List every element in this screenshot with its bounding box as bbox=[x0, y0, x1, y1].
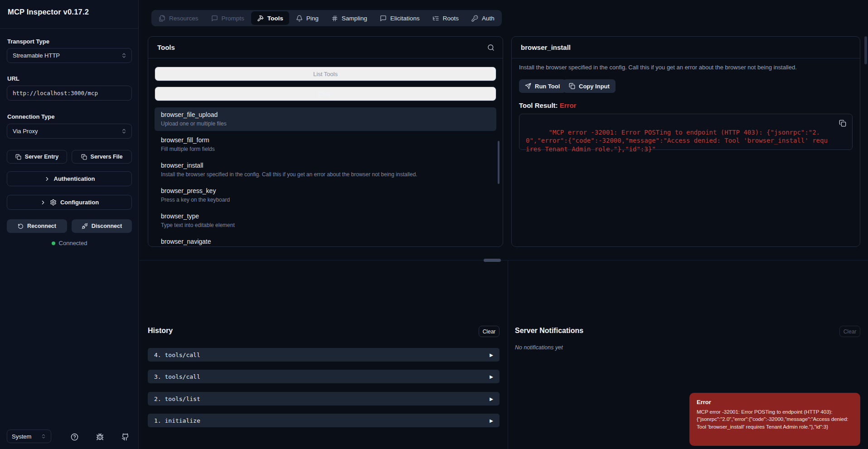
copy-icon bbox=[81, 154, 87, 160]
bug-icon[interactable] bbox=[96, 433, 104, 441]
tool-list-item[interactable]: browser_fill_form Fill multiple form fie… bbox=[155, 133, 496, 156]
tool-list-item[interactable]: browser_type Type text into editable ele… bbox=[155, 209, 496, 232]
tab-tools[interactable]: Tools bbox=[251, 11, 289, 25]
tab-label: Resources bbox=[169, 15, 199, 22]
tool-result-status: Error bbox=[560, 101, 577, 109]
key-icon bbox=[471, 15, 478, 22]
github-icon[interactable] bbox=[121, 433, 129, 441]
send-icon bbox=[525, 83, 531, 89]
tool-detail-title: browser_install bbox=[521, 43, 571, 51]
tool-detail-panel: browser_install Install the browser spec… bbox=[511, 36, 860, 247]
history-title: History bbox=[148, 327, 173, 335]
files-icon bbox=[159, 15, 165, 22]
copy-icon bbox=[15, 154, 21, 160]
tool-list-item[interactable]: browser_install Install the browser spec… bbox=[155, 158, 496, 182]
message-square-icon bbox=[211, 15, 218, 22]
bell-icon bbox=[296, 15, 303, 22]
connected-label: Connected bbox=[59, 240, 87, 246]
notifications-clear-button[interactable]: Clear bbox=[839, 326, 860, 337]
message-square-icon bbox=[380, 15, 387, 22]
chevrons-up-down-icon bbox=[121, 128, 127, 134]
copy-input-label: Copy Input bbox=[579, 83, 610, 90]
tool-list-item[interactable]: browser_navigate Navigate to a URL bbox=[155, 234, 496, 247]
run-tool-label: Run Tool bbox=[535, 83, 560, 90]
tool-description: Press a key on the keyboard bbox=[161, 197, 490, 203]
copy-result-icon[interactable] bbox=[839, 120, 846, 127]
tab-sampling[interactable]: Sampling bbox=[325, 11, 373, 25]
tab-auth[interactable]: Auth bbox=[466, 11, 500, 25]
page-scrollbar[interactable] bbox=[864, 36, 867, 64]
servers-file-button[interactable]: Servers File bbox=[72, 150, 132, 164]
tool-list-item[interactable]: browser_file_upload Upload one or multip… bbox=[155, 107, 496, 131]
server-entry-label: Server Entry bbox=[25, 154, 58, 160]
tab-roots[interactable]: Roots bbox=[427, 11, 465, 25]
chevrons-up-down-icon bbox=[121, 53, 127, 58]
reconnect-button[interactable]: Reconnect bbox=[7, 219, 67, 233]
tool-name: browser_press_key bbox=[161, 187, 490, 194]
tool-description: Type text into editable element bbox=[161, 222, 490, 228]
tool-list-item[interactable]: browser_press_key Press a key on the key… bbox=[155, 183, 496, 207]
chevron-right-icon bbox=[40, 199, 46, 206]
horizontal-resize-handle[interactable] bbox=[484, 259, 501, 262]
connection-type-select[interactable]: Via Proxy bbox=[7, 124, 132, 139]
tab-label: Elicitations bbox=[390, 15, 420, 22]
tool-name: browser_navigate bbox=[161, 238, 490, 245]
history-item-label: 3. tools/call bbox=[154, 373, 200, 380]
history-item-label: 1. initialize bbox=[154, 417, 200, 424]
reconnect-label: Reconnect bbox=[27, 223, 56, 229]
notifications-title: Server Notifications bbox=[515, 327, 583, 335]
error-toast[interactable]: Error MCP error -32001: Error POSTing to… bbox=[689, 393, 860, 446]
mcp-inspector-app: MCP Inspector v0.17.2 Transport Type Str… bbox=[0, 0, 868, 449]
copy-icon bbox=[569, 83, 575, 89]
history-item[interactable]: 4. tools/call ▶ bbox=[148, 348, 499, 362]
server-entry-button[interactable]: Server Entry bbox=[7, 150, 67, 164]
url-input[interactable] bbox=[7, 86, 132, 101]
tab-elicitations[interactable]: Elicitations bbox=[374, 11, 426, 25]
disconnect-button[interactable]: Disconnect bbox=[72, 219, 132, 233]
tool-name: browser_file_upload bbox=[161, 111, 490, 118]
tab-prompts[interactable]: Prompts bbox=[205, 11, 250, 25]
tab-ping[interactable]: Ping bbox=[290, 11, 325, 25]
connection-type-label: Connection Type bbox=[7, 113, 54, 120]
hash-icon bbox=[331, 15, 338, 22]
servers-file-label: Servers File bbox=[91, 154, 123, 160]
tool-result-label: Tool Result: Error bbox=[519, 101, 576, 109]
connected-dot-icon bbox=[52, 241, 55, 245]
list-tools-button[interactable]: List Tools bbox=[155, 67, 496, 81]
hammer-icon bbox=[257, 15, 264, 22]
history-clear-button[interactable]: Clear bbox=[479, 326, 499, 337]
run-tool-button[interactable]: Run Tool bbox=[519, 79, 566, 93]
theme-value: System bbox=[12, 433, 31, 440]
tools-list-scrollbar[interactable] bbox=[498, 141, 499, 184]
transport-type-select[interactable]: Streamable HTTP bbox=[7, 48, 132, 63]
disconnect-label: Disconnect bbox=[92, 223, 122, 229]
theme-select[interactable]: System bbox=[7, 430, 51, 443]
history-item[interactable]: 2. tools/list ▶ bbox=[148, 392, 499, 406]
tool-name: browser_install bbox=[161, 162, 490, 169]
tab-resources[interactable]: Resources bbox=[153, 11, 204, 25]
configuration-label: Configuration bbox=[60, 199, 99, 206]
chevron-right-icon bbox=[44, 176, 50, 182]
connection-status: Connected bbox=[0, 240, 139, 246]
configuration-toggle[interactable]: Configuration bbox=[7, 195, 132, 210]
authentication-toggle[interactable]: Authentication bbox=[7, 171, 132, 186]
history-item[interactable]: 1. initialize ▶ bbox=[148, 414, 499, 427]
refresh-icon bbox=[18, 223, 24, 229]
tool-description: Install the browser specified in the con… bbox=[161, 171, 490, 178]
vertical-split-divider[interactable] bbox=[508, 261, 508, 449]
app-title: MCP Inspector v0.17.2 bbox=[8, 8, 89, 16]
tool-description: Upload one or multiple files bbox=[161, 121, 490, 127]
help-icon[interactable] bbox=[71, 433, 78, 441]
copy-input-button[interactable]: Copy Input bbox=[563, 79, 616, 93]
tools-panel: Tools List Tools Clear browser_file_uplo… bbox=[148, 36, 503, 247]
expand-icon: ▶ bbox=[490, 374, 493, 379]
sidebar-divider bbox=[0, 28, 138, 29]
tab-label: Sampling bbox=[342, 15, 367, 22]
tool-result-text: Tool Result: bbox=[519, 101, 558, 109]
search-icon[interactable] bbox=[487, 44, 495, 51]
tab-label: Auth bbox=[482, 15, 495, 22]
tab-label: Prompts bbox=[222, 15, 244, 22]
clear-tools-button[interactable]: Clear bbox=[155, 87, 496, 101]
history-item-label: 4. tools/call bbox=[154, 352, 200, 358]
history-item[interactable]: 3. tools/call ▶ bbox=[148, 370, 499, 383]
